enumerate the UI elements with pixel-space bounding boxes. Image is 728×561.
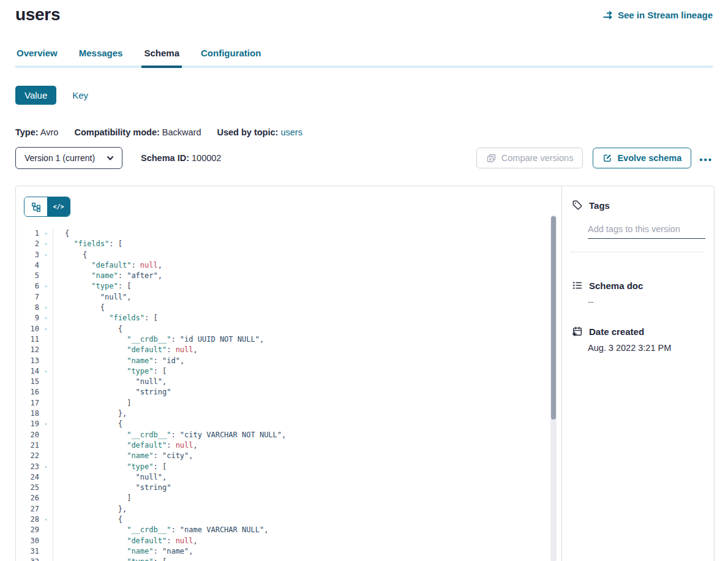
tab-overview[interactable]: Overview (15, 48, 59, 66)
code-line-text: "__crdb__": "name VARCHAR NULL", (53, 525, 549, 535)
meta-topic-link[interactable]: users (280, 127, 302, 137)
code-line: 5 "name": "after", (16, 271, 549, 281)
line-number: 23 (16, 462, 39, 472)
meta-used-by-topic: Used by topic: users (217, 127, 302, 137)
fold-spacer (39, 398, 53, 409)
code-line: 30 "default": null, (16, 536, 549, 546)
code-line: 25 "string" (16, 483, 549, 493)
code-line: 27 }, (16, 504, 549, 514)
key-tab-link[interactable]: Key (72, 90, 88, 100)
compare-versions-button[interactable]: Compare versions (476, 148, 584, 168)
line-number: 10 (16, 324, 39, 334)
code-line-text: "type": [ (53, 557, 549, 561)
see-in-stream-lineage-link[interactable]: See in Stream lineage (602, 10, 713, 20)
fold-toggle-icon[interactable]: ▾ (39, 303, 53, 313)
schema-code-editor[interactable]: 1▾{2▾ "fields": [3▾ {4 "default": null,5… (16, 228, 549, 561)
fold-toggle-icon[interactable]: ▾ (39, 557, 53, 561)
line-number: 8 (16, 303, 39, 313)
code-line-text: "name": "city", (53, 451, 549, 461)
code-line: 23▾ "type": [ (16, 462, 549, 472)
fold-spacer (39, 546, 53, 557)
code-line: 1▾{ (16, 228, 549, 239)
schema-meta-row: Type: Avro Compatibility mode: Backward … (15, 127, 713, 137)
fold-toggle-icon[interactable]: ▾ (39, 281, 53, 292)
fold-spacer (39, 387, 53, 397)
code-line-text: ] (53, 493, 549, 503)
schema-id-value: 100002 (192, 153, 221, 163)
fold-spacer (39, 536, 53, 546)
value-tab-button[interactable]: Value (15, 86, 56, 105)
code-view-button[interactable]: </> (47, 197, 70, 216)
evolve-schema-label: Evolve schema (617, 153, 681, 163)
code-line: 17 ] (16, 398, 549, 409)
fold-toggle-icon[interactable]: ▾ (39, 228, 53, 239)
line-number: 27 (16, 504, 39, 514)
tab-schema[interactable]: Schema (143, 48, 181, 66)
line-number: 16 (16, 387, 39, 397)
fold-toggle-icon[interactable]: ▾ (39, 324, 53, 334)
date-created-value: Aug. 3 2022 3:21 PM (588, 343, 704, 353)
line-number: 12 (16, 345, 39, 355)
schema-doc-value: -- (588, 297, 704, 307)
line-number: 9 (16, 313, 39, 323)
calendar-plus-icon (572, 326, 583, 337)
tags-input[interactable] (588, 223, 705, 239)
schema-id-label: Schema ID: (141, 153, 189, 163)
code-line-text: "type": [ (53, 281, 549, 292)
schema-doc-block: Schema doc -- (572, 280, 704, 307)
code-line-text: { (53, 419, 549, 429)
code-line-text: "__crdb__": "city VARCHAR NOT NULL", (53, 430, 549, 440)
fold-toggle-icon[interactable]: ▾ (39, 462, 53, 472)
version-select[interactable]: Version 1 (current) (15, 147, 122, 169)
fold-toggle-icon[interactable]: ▾ (39, 239, 53, 249)
code-line: 29 "__crdb__": "name VARCHAR NULL", (16, 525, 549, 535)
line-number: 2 (16, 239, 39, 249)
version-bar: Version 1 (current) Schema ID: 100002 Co… (15, 147, 713, 169)
code-line: 3▾ { (16, 250, 549, 260)
date-created-title: Date created (589, 326, 644, 337)
schema-id: Schema ID: 100002 (141, 153, 221, 163)
more-options-button[interactable]: ••• (699, 152, 713, 164)
fold-spacer (39, 345, 53, 355)
fold-spacer (39, 409, 53, 419)
line-number: 3 (16, 250, 39, 260)
fold-toggle-icon[interactable]: ▾ (39, 419, 53, 429)
topic-tabs: Overview Messages Schema Configuration (15, 48, 713, 66)
stream-lineage-icon (602, 10, 614, 20)
code-line-text: { (53, 324, 549, 334)
code-lines: 1▾{2▾ "fields": [3▾ {4 "default": null,5… (16, 228, 549, 561)
fold-toggle-icon[interactable]: ▾ (39, 514, 53, 525)
tree-view-button[interactable] (24, 197, 47, 216)
meta-compatibility-label: Compatibility mode: (74, 127, 159, 137)
code-line: 16 "string" (16, 387, 549, 397)
code-scrollbar-track[interactable] (550, 215, 557, 561)
tab-messages[interactable]: Messages (78, 48, 124, 66)
code-line-text: "__crdb__": "id UUID NOT NULL", (53, 334, 549, 345)
code-line-text: }, (53, 409, 549, 419)
fold-spacer (39, 356, 53, 366)
fold-spacer (39, 292, 53, 303)
code-line-text: "type": [ (53, 462, 549, 472)
code-line-text: "default": null, (53, 260, 549, 271)
meta-compatibility-value: Backward (162, 127, 201, 137)
evolve-schema-button[interactable]: Evolve schema (593, 148, 691, 168)
line-number: 30 (16, 536, 39, 546)
fold-toggle-icon[interactable]: ▾ (39, 250, 53, 260)
fold-toggle-icon[interactable]: ▾ (39, 366, 53, 377)
code-scrollbar-thumb[interactable] (551, 216, 556, 420)
code-line-text: { (53, 514, 549, 525)
tab-configuration[interactable]: Configuration (200, 48, 262, 66)
line-number: 11 (16, 334, 39, 345)
chevron-down-icon (106, 154, 114, 162)
code-line: 21 "default": null, (16, 440, 549, 451)
line-number: 17 (16, 398, 39, 409)
fold-toggle-icon[interactable]: ▾ (39, 313, 53, 323)
schema-panel: </> 1▾{2▾ "fields": [3▾ {4 "default": nu… (15, 186, 715, 561)
line-number: 7 (16, 292, 39, 303)
meta-type-value: Avro (40, 127, 59, 137)
fold-spacer (39, 377, 53, 387)
code-line-text: "null", (53, 377, 549, 387)
code-line-text: "string" (53, 483, 549, 493)
code-line-text: "string" (53, 387, 549, 397)
code-line-text: "null", (53, 292, 549, 303)
